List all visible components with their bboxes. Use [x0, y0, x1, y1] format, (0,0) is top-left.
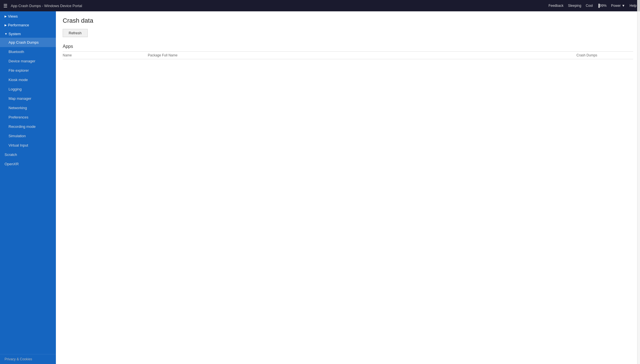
power-btn[interactable]: Power ▼ — [611, 4, 625, 8]
sidebar-item-kiosk-mode[interactable]: Kiosk mode — [0, 75, 56, 84]
app-title: App Crash Dumps - Windows Device Portal — [11, 4, 548, 8]
sidebar-item-openxr[interactable]: OpenXR — [0, 159, 56, 169]
sidebar-item-file-explorer[interactable]: File explorer — [0, 66, 56, 75]
sidebar-item-label: Simulation — [9, 134, 26, 138]
refresh-button[interactable]: Refresh — [63, 29, 88, 37]
sidebar-item-label: Networking — [9, 106, 27, 110]
sidebar-system-label: System — [9, 32, 21, 36]
sidebar-item-device-manager[interactable]: Device manager — [0, 56, 56, 66]
status-bar: Feedback Sleeping Cool ▐99% Power ▼ Help — [548, 4, 637, 8]
menu-icon[interactable]: ☰ — [3, 3, 7, 9]
col-header-package: Package Full Name — [148, 53, 576, 57]
views-arrow: ▶ — [5, 15, 7, 18]
col-header-name: Name — [63, 53, 148, 57]
cool-status: Cool — [586, 4, 593, 8]
sidebar-item-label: OpenXR — [5, 162, 19, 166]
sidebar-item-label: File explorer — [9, 68, 29, 73]
help-btn[interactable]: Help — [630, 4, 637, 8]
sidebar-item-networking[interactable]: Networking — [0, 103, 56, 113]
sidebar-item-label: Recording mode — [9, 124, 35, 129]
col-header-dumps: Crash Dumps — [576, 53, 633, 57]
sidebar-item-app-crash-dumps[interactable]: App Crash Dumps — [0, 38, 56, 47]
sleeping-status: Sleeping — [568, 4, 581, 8]
sidebar-footer[interactable]: Privacy & Cookies — [0, 354, 56, 364]
sidebar-section-system[interactable]: ▼ System — [0, 29, 56, 38]
sidebar-item-simulation[interactable]: Simulation — [0, 131, 56, 141]
sidebar-performance-label: Performance — [8, 23, 29, 27]
scrollbar[interactable] — [637, 11, 640, 364]
sidebar-item-recording-mode[interactable]: Recording mode — [0, 122, 56, 131]
sidebar-item-label: Kiosk mode — [9, 78, 28, 82]
sidebar-item-label: Preferences — [9, 115, 28, 119]
sidebar: ◄ ▶ Views ▶ Performance ▼ System App Cra… — [0, 11, 56, 364]
sidebar-item-label: Scratch — [5, 153, 17, 157]
sidebar-item-logging[interactable]: Logging — [0, 84, 56, 94]
sidebar-item-label: Map manager — [9, 96, 31, 101]
sidebar-views-label: Views — [8, 14, 18, 18]
sidebar-item-scratch[interactable]: Scratch — [0, 150, 56, 159]
page-title: Crash data — [63, 17, 633, 24]
sidebar-section-views[interactable]: ▶ Views — [0, 11, 56, 20]
system-arrow: ▼ — [5, 32, 7, 35]
table-header: Name Package Full Name Crash Dumps — [63, 52, 633, 59]
sidebar-item-map-manager[interactable]: Map manager — [0, 94, 56, 103]
sidebar-section-performance[interactable]: ▶ Performance — [0, 20, 56, 29]
feedback-btn[interactable]: Feedback — [548, 4, 563, 8]
performance-arrow: ▶ — [5, 24, 7, 27]
sidebar-item-label: Virtual Input — [9, 143, 28, 147]
topbar: ☰ App Crash Dumps - Windows Device Porta… — [0, 0, 640, 11]
content-area: Crash data Refresh Apps Name Package Ful… — [56, 11, 640, 364]
main-layout: ◄ ▶ Views ▶ Performance ▼ System App Cra… — [0, 11, 640, 364]
sidebar-item-label: App Crash Dumps — [9, 40, 39, 45]
sidebar-item-label: Device manager — [9, 59, 35, 63]
sidebar-item-label: Logging — [9, 87, 22, 91]
sidebar-item-bluetooth[interactable]: Bluetooth — [0, 47, 56, 56]
apps-table: Name Package Full Name Crash Dumps — [63, 51, 633, 59]
sidebar-item-label: Bluetooth — [9, 50, 24, 54]
section-title: Apps — [63, 44, 633, 49]
sidebar-item-virtual-input[interactable]: Virtual Input — [0, 141, 56, 150]
battery-status: ▐99% — [597, 4, 607, 8]
sidebar-item-preferences[interactable]: Preferences — [0, 113, 56, 122]
